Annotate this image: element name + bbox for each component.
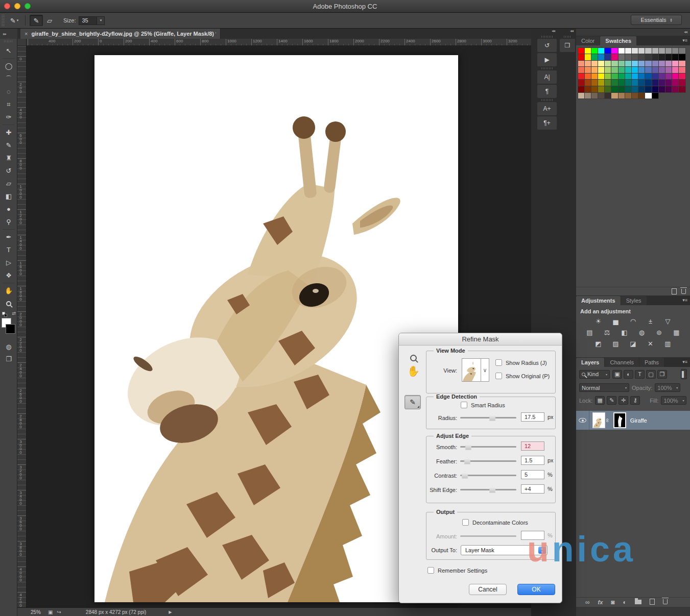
zoom-tool[interactable] [0, 297, 17, 310]
contrast-field[interactable]: 5 [521, 470, 544, 479]
hue-saturation-icon[interactable]: ▤ [583, 328, 597, 337]
color-swatch[interactable] [578, 48, 584, 54]
color-swatch[interactable] [652, 93, 658, 99]
threshold-icon[interactable]: ◪ [627, 339, 640, 348]
contrast-slider[interactable] [460, 475, 516, 476]
dodge-tool[interactable]: ⚲ [0, 215, 17, 228]
layer-thumbnail[interactable] [592, 412, 605, 428]
dialog-title[interactable]: Refine Mask [399, 333, 562, 346]
brush-size-input[interactable]: 35 [79, 16, 97, 25]
color-swatch[interactable] [638, 73, 645, 80]
color-swatch[interactable] [665, 67, 672, 73]
color-swatch[interactable] [578, 54, 584, 60]
eraser-tool[interactable]: ▱ [0, 177, 17, 190]
channel-mixer-icon[interactable]: ⊚ [653, 328, 666, 337]
cancel-button[interactable]: Cancel [469, 584, 507, 595]
color-swatch[interactable] [679, 48, 685, 54]
color-swatch[interactable] [679, 73, 685, 80]
color-swatch[interactable] [611, 61, 617, 67]
link-layers-icon[interactable]: ∞ [585, 599, 590, 606]
color-swatch[interactable] [618, 67, 625, 73]
add-layer-mask-icon[interactable]: ◙ [611, 599, 614, 606]
zoom-level[interactable]: 25% [31, 609, 41, 615]
color-swatch[interactable] [659, 86, 665, 92]
actions-panel-button[interactable]: ▶ [537, 53, 557, 66]
gradient-tool[interactable]: ◧ [0, 190, 17, 203]
color-swatch[interactable] [632, 80, 638, 86]
color-swatch[interactable] [645, 93, 651, 99]
shift-edge-field[interactable]: +4 [521, 484, 544, 494]
color-swatch[interactable] [652, 80, 658, 86]
color-swatch[interactable] [618, 93, 625, 99]
color-swatch[interactable] [679, 61, 685, 67]
color-swatch[interactable] [665, 48, 672, 54]
color-swatch[interactable] [638, 67, 645, 73]
levels-icon[interactable]: ▅ [609, 316, 623, 326]
color-swatch[interactable] [585, 48, 591, 54]
hand-tool[interactable]: ✋ [0, 284, 17, 297]
color-swatch[interactable] [632, 48, 638, 54]
character-panel-button[interactable]: A| [537, 70, 557, 84]
brush-size-dropdown[interactable]: ▾ [97, 16, 105, 25]
panel-menu-icon[interactable]: ▾≡ [682, 38, 687, 43]
color-swatch[interactable] [672, 86, 678, 92]
color-swatch[interactable] [652, 48, 658, 54]
layer-mask-link-icon[interactable]: ∞ [605, 418, 611, 423]
eyedropper-tool[interactable]: ✑ [0, 111, 17, 124]
color-swatch[interactable] [645, 86, 651, 92]
lock-transparency-icon[interactable]: ▦ [595, 396, 605, 405]
color-swatch[interactable] [585, 54, 591, 60]
color-swatch[interactable] [659, 61, 665, 67]
gradient-map-icon[interactable]: ▥ [661, 339, 675, 348]
filter-shape-layers-icon[interactable]: ▢ [646, 370, 656, 379]
workspace-switcher[interactable]: Essentials ▴▾ [631, 15, 682, 25]
color-swatch[interactable] [672, 48, 678, 54]
lock-pixels-icon[interactable]: ✎ [607, 396, 616, 405]
type-tool[interactable]: T [0, 243, 17, 256]
opacity-field[interactable]: 100%▾ [655, 383, 680, 392]
color-swatch[interactable] [645, 54, 651, 60]
sync-icon[interactable]: ▣ [48, 609, 53, 615]
lock-position-icon[interactable]: ✛ [618, 396, 628, 405]
color-swatch[interactable] [605, 93, 611, 99]
color-swatch[interactable] [585, 93, 591, 99]
color-swatch[interactable] [585, 86, 591, 92]
color-swatch[interactable] [632, 86, 638, 92]
spot-healing-brush-tool[interactable]: ✚ [0, 126, 17, 139]
screen-mode-button[interactable]: ❐ [0, 353, 17, 365]
color-swatch[interactable] [665, 61, 672, 67]
history-brush-tool[interactable]: ↺ [0, 164, 17, 177]
color-swatch[interactable] [645, 80, 651, 86]
color-swatch[interactable] [591, 80, 598, 86]
panel-dock-collapse-icon[interactable]: ◂◂ [576, 29, 690, 36]
minimize-window-button[interactable] [14, 3, 20, 9]
color-swatch[interactable] [578, 93, 584, 99]
panel-menu-icon[interactable]: ▾≡ [682, 298, 687, 303]
color-swatch[interactable] [665, 80, 672, 86]
feather-field[interactable]: 1.5 [521, 456, 544, 465]
color-swatch[interactable] [652, 73, 658, 80]
crop-tool[interactable]: ⌗ [0, 98, 17, 111]
layer-mask-thumbnail[interactable] [613, 412, 626, 428]
show-original-checkbox[interactable] [495, 373, 502, 379]
color-swatch[interactable] [591, 61, 598, 67]
color-swatch[interactable] [605, 86, 611, 92]
color-swatch[interactable] [645, 73, 651, 80]
blur-tool[interactable]: ● [0, 203, 17, 215]
color-swatch[interactable] [625, 73, 631, 80]
new-adjustment-layer-icon[interactable]: ◐ [623, 599, 627, 606]
color-swatch[interactable] [578, 73, 584, 80]
color-swatch[interactable] [625, 48, 631, 54]
delete-layer-icon[interactable] [663, 599, 668, 606]
dialog-hand-tool-icon[interactable]: ✋ [407, 365, 420, 377]
color-swatch[interactable] [645, 48, 651, 54]
color-swatch[interactable] [679, 54, 685, 60]
lasso-tool[interactable]: ⌒ [0, 72, 17, 85]
close-tab-icon[interactable]: × [25, 31, 28, 37]
black-white-icon[interactable]: ◧ [618, 328, 631, 337]
color-swatch[interactable] [611, 73, 617, 80]
decontaminate-colors-checkbox[interactable] [462, 519, 469, 526]
color-swatch[interactable] [598, 80, 604, 86]
color-swatch[interactable] [652, 61, 658, 67]
lock-all-icon[interactable]: ⚷ [630, 396, 640, 405]
